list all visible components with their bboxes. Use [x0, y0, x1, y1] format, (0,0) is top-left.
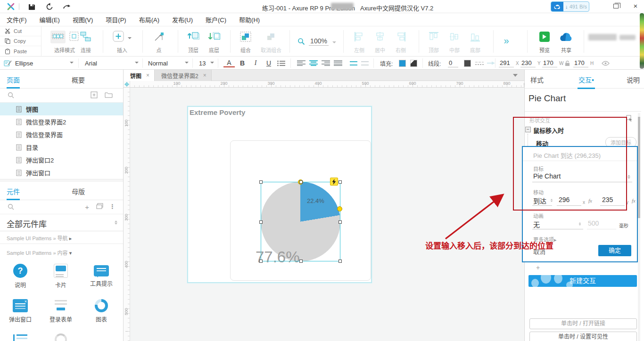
tab-style[interactable]: 样式 [530, 75, 544, 84]
align-left-tool[interactable]: 左侧 [349, 29, 370, 54]
tab-masters[interactable]: 母版 [72, 187, 85, 196]
move-type-spinner-icon[interactable] [551, 198, 553, 203]
tab-interaction[interactable]: 交互• [578, 75, 594, 84]
search-icon[interactable] [8, 92, 14, 100]
kebab-menu-icon[interactable]: ⋮ [109, 203, 116, 210]
library-select[interactable]: 全部元件库 [0, 214, 123, 231]
size-caret-icon[interactable] [210, 62, 214, 65]
menu-view[interactable]: 视图(V) [73, 15, 93, 24]
align-center-tool[interactable]: 居中 [370, 29, 390, 54]
move-type-select[interactable]: 到达 [533, 196, 546, 205]
align-text-left-button[interactable] [297, 57, 305, 70]
widget-list-partial[interactable] [0, 333, 41, 341]
italic-button[interactable]: I [250, 59, 261, 67]
redo-icon[interactable] [62, 2, 71, 11]
align-middle-tool[interactable]: 中部 [444, 29, 465, 54]
resize-handle-sw[interactable] [259, 260, 263, 263]
page-item[interactable]: 目录 [0, 141, 123, 154]
user-account-redacted[interactable] [588, 33, 636, 43]
page-item[interactable]: 微信登录界面2 [0, 115, 123, 128]
zoom-control[interactable]: 100% [293, 29, 340, 54]
align-top-tool[interactable]: 顶部 [423, 29, 444, 54]
toolbar-more-button[interactable]: » [497, 29, 516, 52]
tab-list-caret-icon[interactable] [513, 74, 518, 79]
slice-edit-handle[interactable] [337, 206, 342, 211]
lock-ratio-icon[interactable] [565, 57, 570, 70]
menu-publish[interactable]: 发布(U) [172, 15, 193, 24]
widget-note[interactable]: ? 说明 [0, 264, 41, 289]
canvas-tab[interactable]: 微信登录界面2× [155, 70, 212, 81]
inspector-scrollbar[interactable] [638, 113, 640, 341]
collapse-event-icon[interactable]: − [525, 127, 531, 132]
group-tool[interactable]: 组合 [235, 29, 256, 54]
edge-widget[interactable] [640, 13, 644, 69]
y-position-field[interactable]: 230 [520, 59, 536, 67]
library-spinner-icon[interactable] [115, 219, 117, 226]
add-library-icon[interactable]: + [85, 203, 89, 211]
x-position-field[interactable]: 291 [499, 59, 514, 67]
select-intersect-icon[interactable] [50, 31, 66, 43]
shape-caret-icon[interactable] [70, 62, 74, 65]
zoom-value[interactable]: 100% [309, 37, 329, 46]
connect-tool[interactable]: 连接 [74, 29, 98, 54]
add-page-icon[interactable] [91, 91, 98, 100]
bullet-list-button[interactable] [277, 57, 285, 70]
underline-button[interactable]: U [263, 59, 274, 67]
event-mouseenter[interactable]: 鼠标移入时 [533, 126, 564, 135]
add-action-button[interactable]: + [536, 264, 540, 271]
vertical-align-bottom-button[interactable] [361, 57, 370, 70]
font-caret-icon[interactable] [135, 62, 139, 65]
bold-button[interactable]: B [237, 59, 248, 67]
target-select[interactable]: Pie Chart [533, 172, 561, 180]
widget-popup[interactable]: × 弹出窗口 [0, 299, 41, 323]
visibility-eye-icon[interactable] [602, 57, 610, 70]
resize-handle-s[interactable] [299, 260, 303, 263]
cut-button[interactable]: Cut [0, 26, 41, 36]
preview-button[interactable]: 预览 [534, 29, 555, 54]
width-field[interactable]: 170 [542, 59, 557, 67]
move-x-field[interactable]: 296 [559, 196, 579, 203]
resize-handle-nw[interactable] [259, 180, 263, 184]
tab-close-icon[interactable]: × [203, 72, 206, 79]
vertical-align-top-button[interactable] [350, 57, 358, 70]
font-color-button[interactable]: A [223, 59, 235, 67]
zoom-caret-icon[interactable] [332, 41, 336, 45]
bring-to-front-tool[interactable]: 顶层 [183, 29, 204, 54]
widget-loader-partial[interactable] [41, 333, 81, 341]
fx-button[interactable]: fx [632, 198, 636, 203]
justify-button[interactable] [334, 57, 342, 70]
duration-field[interactable]: 500 [588, 219, 614, 227]
move-y-field[interactable]: 235 [602, 196, 623, 203]
action-summary[interactable]: Pie Chart 到达 (296,235) [533, 151, 601, 160]
resize-handle-w[interactable] [259, 220, 263, 224]
ungroup-tool[interactable]: 取消组合 [257, 29, 285, 54]
tab-outline[interactable]: 概要 [72, 75, 85, 84]
shortcut-set-visibility-button[interactable]: 单击时 / 设置可见性 [529, 332, 637, 341]
align-text-right-button[interactable] [322, 57, 330, 70]
widget-login-form[interactable]: 登录表单 [41, 299, 81, 323]
menu-account[interactable]: 账户(C) [206, 15, 226, 24]
insert-caret-icon[interactable] [128, 37, 132, 41]
tab-widgets[interactable]: 元件 [7, 187, 20, 196]
resize-handle-se[interactable] [339, 260, 342, 263]
insert-tool[interactable]: 插入 [107, 29, 137, 54]
weight-caret-icon[interactable] [185, 62, 189, 65]
align-text-center-button[interactable] [309, 57, 318, 70]
library-stack-icon[interactable] [96, 203, 103, 211]
fill-gradient-swatch[interactable] [410, 60, 417, 67]
widget-card[interactable]: 卡片 [41, 264, 81, 289]
library-crumb-nav[interactable]: Sample UI Patterns » 导航 ▸ [0, 231, 123, 244]
search-icon[interactable] [8, 203, 14, 211]
menu-file[interactable]: 文件(F) [7, 15, 27, 24]
page-item-pie[interactable]: 饼图 [0, 103, 123, 115]
height-field[interactable]: 170 [573, 59, 588, 67]
line-style-button[interactable] [475, 57, 484, 70]
download-speed-badge[interactable]: ↓ 491 B/s [551, 1, 589, 12]
menu-project[interactable]: 项目(P) [106, 15, 126, 24]
page-item[interactable]: 微信登录界面 [0, 128, 123, 141]
new-interaction-button[interactable]: 新建交互 [528, 275, 637, 287]
page-item[interactable]: 弹出窗口2 [0, 154, 123, 166]
send-to-back-tool[interactable]: 底层 [204, 29, 224, 54]
interaction-badge[interactable] [330, 178, 338, 186]
tab-close-icon[interactable]: × [146, 72, 149, 79]
